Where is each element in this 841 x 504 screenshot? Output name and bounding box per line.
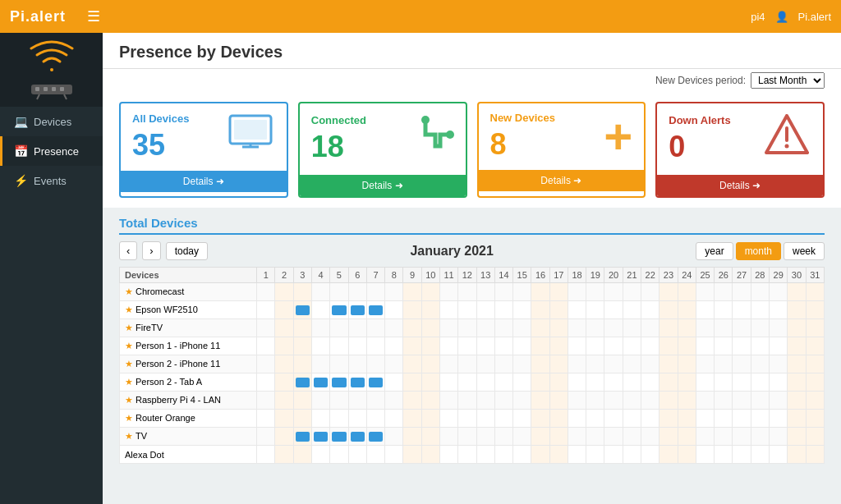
connected-details[interactable]: Details ➜ [300,175,466,196]
day-cell-4 [311,337,329,355]
device-name-cell: Alexa Dot [120,446,257,464]
new-devices-label: New Devices [490,112,556,124]
col-8: 8 [385,268,403,283]
day-cell-21 [623,283,641,301]
all-devices-value: 35 [132,128,189,163]
day-cell-17 [549,301,568,319]
day-cell-1 [257,410,275,428]
col-13: 13 [476,268,494,283]
day-cell-20 [604,355,623,373]
day-cell-1 [257,392,275,410]
day-cell-28 [751,319,769,337]
day-cell-11 [439,410,457,428]
presence-indicator [369,432,383,442]
day-cell-14 [494,373,512,392]
presence-indicator [351,378,365,387]
day-cell-25 [696,355,714,373]
day-cell-11 [439,373,457,392]
col-7: 7 [366,268,384,283]
sidebar-item-events[interactable]: ⚡ Events [0,166,103,195]
cal-view-year[interactable]: year [696,242,733,260]
day-cell-27 [733,337,751,355]
card-new-devices: New Devices 8 + Details ➜ [477,102,646,198]
day-cell-3 [293,410,311,428]
day-cell-31 [806,446,824,464]
svg-rect-4 [60,87,64,91]
day-cell-31 [806,283,824,301]
new-devices-period-select[interactable]: Last Month Last Week Last Day [751,72,825,89]
presence-table-wrap: Devices 1 2 3 4 5 6 7 8 9 10 11 [119,267,825,464]
day-cell-23 [659,446,678,464]
events-icon: ⚡ [14,174,27,187]
day-cell-26 [715,373,733,392]
day-cell-6 [348,355,366,373]
down-alerts-label: Down Alerts [669,114,730,126]
col-10: 10 [421,268,439,283]
day-cell-22 [641,410,659,428]
day-cell-4 [311,410,329,428]
cards-area: All Devices 35 Details ➜ [103,92,841,208]
day-cell-5 [330,410,348,428]
star-icon: ★ [125,377,133,387]
col-12: 12 [458,268,476,283]
col-9: 9 [403,268,421,283]
day-cell-30 [788,283,806,301]
day-cell-2 [275,410,293,428]
col-1: 1 [257,268,275,283]
day-cell-21 [623,337,641,355]
day-cell-18 [568,319,586,337]
day-cell-22 [641,319,659,337]
menu-toggle[interactable]: ☰ [87,7,100,25]
presence-indicator [296,305,310,315]
svg-rect-3 [52,87,56,91]
day-cell-29 [770,373,788,392]
day-cell-27 [733,410,751,428]
day-cell-29 [770,355,788,373]
day-cell-18 [568,446,586,464]
sidebar-item-devices[interactable]: 💻 Devices [0,107,103,136]
day-cell-12 [458,355,476,373]
col-19: 19 [586,268,604,283]
day-cell-18 [568,373,586,392]
day-cell-1 [257,446,275,464]
day-cell-14 [494,301,512,319]
sidebar-item-presence[interactable]: 📅 Presence [0,136,103,166]
day-cell-23 [659,337,678,355]
sidebar-nav: 💻 Devices 📅 Presence ⚡ Events [0,107,103,504]
day-cell-24 [678,428,696,446]
cal-next-button[interactable]: › [142,241,160,260]
day-cell-29 [770,319,788,337]
all-devices-details[interactable]: Details ➜ [121,171,287,192]
device-label: Chromecast [136,286,184,296]
card-left-all: All Devices 35 [132,112,189,163]
connected-value: 18 [311,130,366,164]
cal-view-week[interactable]: week [784,242,825,260]
presence-indicator [314,378,328,387]
day-cell-7 [366,446,384,464]
day-cell-8 [385,373,403,392]
connected-icon [409,112,454,167]
cal-prev-button[interactable]: ‹ [119,241,137,260]
day-cell-21 [623,301,641,319]
sidebar-label-devices: Devices [34,116,71,128]
table-row: ★Raspberry Pi 4 - LAN [120,392,825,410]
cal-today-button[interactable]: today [166,242,208,260]
day-cell-12 [458,446,476,464]
day-cell-12 [458,283,476,301]
day-cell-22 [641,392,659,410]
day-cell-20 [604,410,623,428]
day-cell-5 [330,373,348,392]
day-cell-2 [275,428,293,446]
presence-indicator [332,432,346,442]
connected-label: Connected [311,114,366,126]
col-29: 29 [770,268,788,283]
table-row: ★Person 2 - iPhone 11 [120,355,825,373]
day-cell-19 [586,319,604,337]
presence-indicator [369,305,383,315]
table-row: ★Epson WF2510 [120,301,825,319]
down-alerts-details[interactable]: Details ➜ [657,175,823,196]
day-cell-20 [604,319,623,337]
day-cell-23 [659,355,678,373]
new-devices-details[interactable]: Details ➜ [479,170,645,191]
cal-view-month[interactable]: month [736,242,781,260]
